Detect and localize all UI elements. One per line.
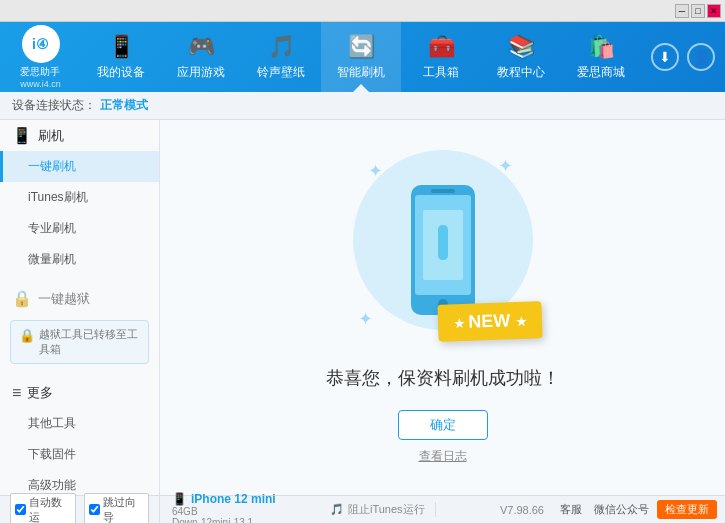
close-button[interactable]: ✕ [707,4,721,18]
success-text: 恭喜您，保资料刷机成功啦！ [326,366,560,390]
device-phone-icon: 📱 [172,492,187,506]
status-label: 设备连接状态： [12,97,96,114]
device-storage: 64GB [172,506,308,517]
phone-illustration: ✦ ✦ ✦ NEW [353,150,533,350]
sidebar-item-download-firmware[interactable]: 下载固件 [0,439,159,470]
sparkle-tr-icon: ✦ [498,155,513,177]
daily-check-link[interactable]: 查看日志 [419,448,467,465]
sidebar-item-advanced[interactable]: 高级功能 [0,470,159,495]
nav-icon-tutorials: 📚 [508,34,535,60]
more-icon: ≡ [12,384,21,402]
nav-icon-mall: 🛍️ [588,34,615,60]
sidebar: 📱 刷机 一键刷机 iTunes刷机 专业刷机 微量刷机 🔒 一键越狱 🔒 越狱… [0,120,160,495]
nav-label-smart-flash: 智能刷机 [337,64,385,81]
sparkle-bl-icon: ✦ [358,308,373,330]
sparkle-tl-icon: ✦ [368,160,383,182]
footer-version: V7.98.66 [492,504,552,516]
main-content: ✦ ✦ ✦ NEW 恭喜您，保资料刷机成功啦！ [160,120,725,495]
status-bar: 设备连接状态： 正常模式 [0,92,725,120]
sidebar-item-other-tools[interactable]: 其他工具 [0,408,159,439]
wechat-link[interactable]: 微信公众号 [594,502,649,517]
nav-label-mall: 爱思商城 [577,64,625,81]
header: i④ 爱思助手 www.i4.cn 📱 我的设备 🎮 应用游戏 🎵 铃声壁纸 🔄… [0,22,725,92]
maximize-button[interactable]: □ [691,4,705,18]
lock-section-icon: 🔒 [12,289,32,308]
itunes-icon: 🎵 [330,503,344,516]
logo-text: 爱思助手 www.i4.cn [20,65,61,89]
footer-device-info: 📱 iPhone 12 mini 64GB Down-12mini-13,1 [160,492,320,524]
nav-icon-ringtones: 🎵 [268,34,295,60]
main-layout: 📱 刷机 一键刷机 iTunes刷机 专业刷机 微量刷机 🔒 一键越狱 🔒 越狱… [0,120,725,495]
sidebar-section-jailbreak[interactable]: 🔒 一键越狱 [0,283,159,314]
itunes-status: 🎵 阻止iTunes运行 [320,502,436,517]
footer-links: 客服 微信公众号 [552,502,657,517]
svg-rect-2 [431,189,455,193]
nav-item-mall[interactable]: 🛍️ 爱思商城 [561,22,641,92]
nav-item-my-device[interactable]: 📱 我的设备 [81,22,161,92]
sidebar-section-more[interactable]: ≡ 更多 [0,378,159,408]
info-lock-icon: 🔒 [19,328,35,343]
sidebar-item-itunes-flash[interactable]: iTunes刷机 [0,182,159,213]
download-button[interactable]: ⬇ [651,43,679,71]
nav-label-ringtones: 铃声壁纸 [257,64,305,81]
auto-send-checkbox[interactable]: 自动数运 [10,493,76,524]
device-model: Down-12mini-13,1 [172,517,308,524]
update-button[interactable]: 检查更新 [657,500,717,519]
nav-item-ringtones[interactable]: 🎵 铃声壁纸 [241,22,321,92]
logo-icon: i④ [22,25,60,63]
sidebar-item-save-flash[interactable]: 微量刷机 [0,244,159,275]
nav-icon-apps-games: 🎮 [188,34,215,60]
sidebar-item-pro-flash[interactable]: 专业刷机 [0,213,159,244]
nav-item-tutorials[interactable]: 📚 教程中心 [481,22,561,92]
nav-icon-toolbox: 🧰 [428,34,455,60]
confirm-button[interactable]: 确定 [398,410,488,440]
status-value: 正常模式 [100,97,148,114]
skip-wizard-checkbox[interactable]: 跳过向导 [84,493,150,524]
sidebar-item-one-key-flash[interactable]: 一键刷机 [0,151,159,182]
title-bar: ─ □ ✕ [0,0,725,22]
nav-icon-smart-flash: 🔄 [348,34,375,60]
nav-item-apps-games[interactable]: 🎮 应用游戏 [161,22,241,92]
nav-label-my-device: 我的设备 [97,64,145,81]
nav-label-tutorials: 教程中心 [497,64,545,81]
sidebar-section-flash[interactable]: 📱 刷机 [0,120,159,151]
new-badge: NEW [438,301,544,342]
nav-label-toolbox: 工具箱 [423,64,459,81]
nav-item-smart-flash[interactable]: 🔄 智能刷机 [321,22,401,92]
minimize-button[interactable]: ─ [675,4,689,18]
footer-checkboxes: 自动数运 跳过向导 [0,493,160,524]
sidebar-info-box: 🔒 越狱工具已转移至工具箱 [10,320,149,364]
nav-right: ⬇ 👤 [641,43,725,71]
user-button[interactable]: 👤 [687,43,715,71]
phone-svg [403,180,483,320]
nav-icon-my-device: 📱 [108,34,135,60]
device-name: 📱 iPhone 12 mini [172,492,308,506]
support-link[interactable]: 客服 [560,502,582,517]
auto-send-input[interactable] [15,504,26,515]
nav-item-toolbox[interactable]: 🧰 工具箱 [401,22,481,92]
logo-area: i④ 爱思助手 www.i4.cn [0,25,81,89]
skip-wizard-input[interactable] [89,504,100,515]
flash-icon: 📱 [12,126,32,145]
nav-label-apps-games: 应用游戏 [177,64,225,81]
nav-items: 📱 我的设备 🎮 应用游戏 🎵 铃声壁纸 🔄 智能刷机 🧰 工具箱 📚 教程中心… [81,22,641,92]
footer: 自动数运 跳过向导 📱 iPhone 12 mini 64GB Down-12m… [0,495,725,523]
